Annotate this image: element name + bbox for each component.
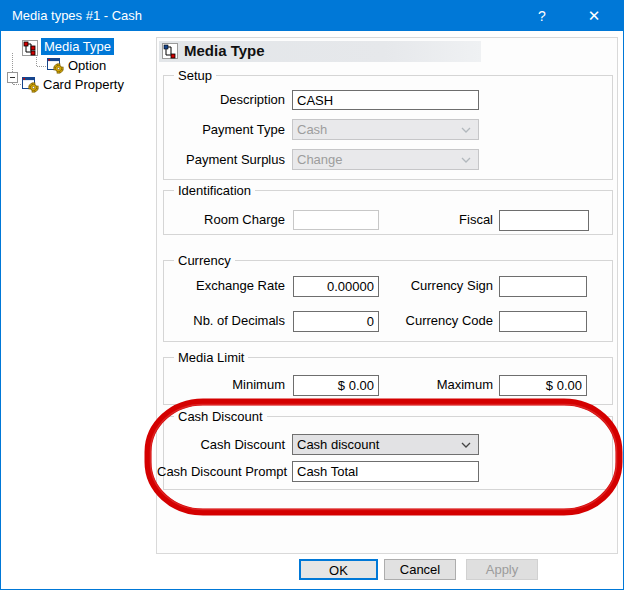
cash-discount-select[interactable]: Cash discount: [292, 434, 479, 455]
currency-code-label: Currency Code: [397, 311, 493, 331]
tree-connector: [13, 84, 21, 85]
cash-discount-prompt-input[interactable]: [292, 461, 479, 482]
nb-of-decimals-input[interactable]: [293, 311, 379, 332]
room-charge-input: [293, 210, 379, 230]
payment-surplus-label: Payment Surplus: [157, 150, 285, 170]
setup-legend: Setup: [174, 68, 216, 83]
tree-item-option[interactable]: Option: [65, 57, 109, 74]
apply-button[interactable]: Apply: [466, 559, 538, 580]
card-property-icon: [22, 77, 39, 96]
panel-header-icon: [162, 43, 178, 63]
maximum-input[interactable]: [499, 375, 587, 396]
payment-surplus-value: Change: [297, 152, 461, 167]
currency-code-input[interactable]: [499, 311, 587, 332]
room-charge-label: Room Charge: [157, 210, 285, 230]
panel-title: Media Type: [184, 42, 265, 59]
cash-discount-value: Cash discount: [297, 437, 461, 452]
chevron-down-icon: [461, 157, 471, 163]
media-type-icon: [22, 40, 38, 59]
cancel-button[interactable]: Cancel: [384, 559, 456, 580]
identification-legend: Identification: [174, 183, 255, 198]
minimum-input[interactable]: [293, 375, 379, 396]
tree-item-media-type[interactable]: Media Type: [41, 38, 114, 55]
cash-discount-prompt-label: Cash Discount Prompt: [157, 462, 285, 482]
cash-discount-label: Cash Discount: [157, 435, 285, 455]
fiscal-input[interactable]: [499, 210, 589, 231]
payment-type-value: Cash: [297, 122, 461, 137]
currency-sign-label: Currency Sign: [397, 276, 493, 296]
exchange-rate-input[interactable]: [293, 276, 379, 297]
nb-of-decimals-label: Nb. of Decimals: [157, 311, 285, 331]
chevron-down-icon: [461, 127, 471, 133]
tree-connector: [37, 66, 46, 67]
chevron-down-icon: [461, 442, 471, 448]
currency-sign-input[interactable]: [499, 276, 587, 297]
media-type-panel: Media Type Setup Description Payment Typ…: [156, 37, 618, 554]
maximum-label: Maximum: [397, 375, 493, 395]
tree-item-card-property[interactable]: Card Property: [40, 76, 127, 93]
exchange-rate-label: Exchange Rate: [157, 276, 285, 296]
description-label: Description: [157, 90, 285, 110]
close-button[interactable]: ✕: [571, 1, 617, 31]
currency-legend: Currency: [174, 253, 235, 268]
ok-button[interactable]: OK: [299, 559, 378, 580]
tree-expander[interactable]: [7, 72, 18, 83]
help-button[interactable]: ?: [519, 1, 565, 31]
window-title: Media types #1 - Cash: [12, 1, 142, 31]
payment-type-select: Cash: [292, 119, 479, 140]
media-types-dialog: Media types #1 - Cash ? ✕ Media Type: [0, 0, 624, 590]
payment-type-label: Payment Type: [157, 120, 285, 140]
option-icon: [47, 58, 64, 77]
navigation-tree: Media Type Option: [1, 31, 154, 589]
titlebar: Media types #1 - Cash ? ✕: [1, 1, 623, 31]
media-limit-legend: Media Limit: [174, 350, 248, 365]
fiscal-label: Fiscal: [397, 210, 493, 230]
payment-surplus-select: Change: [292, 149, 479, 170]
cash-discount-legend: Cash Discount: [174, 409, 267, 424]
minimum-label: Minimum: [157, 375, 285, 395]
description-input[interactable]: [292, 90, 479, 110]
